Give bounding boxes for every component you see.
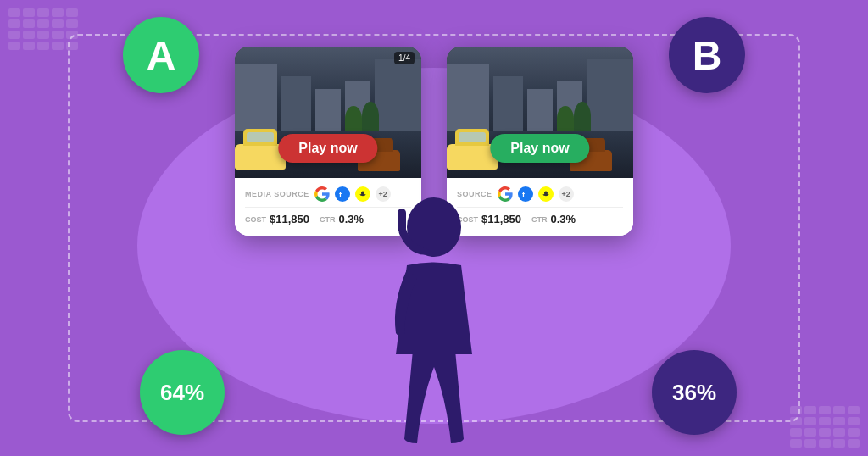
video-counter-a: 1/4 (394, 52, 415, 64)
svg-text:f: f (522, 191, 526, 198)
card-a-video: 1/4 Play now (235, 47, 421, 178)
circle-36-percent: 36% (652, 350, 737, 435)
cost-label-a: COST (245, 215, 266, 224)
play-now-button-b[interactable]: Play now (490, 134, 589, 163)
card-b-video: Play now (447, 47, 633, 178)
google-icon-a (314, 186, 330, 202)
snap-icon-b (538, 186, 554, 202)
circle-b-label: B (693, 32, 722, 79)
brick-decoration-bottomright (790, 406, 860, 448)
plus-count-b: +2 (559, 186, 574, 202)
ctr-label-a: CTR (320, 215, 336, 224)
ctr-label-b: CTR (531, 215, 548, 224)
cost-value-a: $11,850 (270, 213, 309, 225)
circle-64-percent: 64% (140, 350, 225, 435)
circle-a: A (123, 17, 199, 93)
cost-item-a: COST $11,850 (245, 213, 309, 225)
person-silhouette (349, 185, 519, 456)
circle-36-label: 36% (672, 380, 716, 406)
meta-icon-a: f (335, 186, 350, 202)
svg-rect-3 (398, 209, 406, 232)
card-a-media-label: MEDIA SOURCE (245, 190, 309, 198)
meta-icon-b: f (518, 186, 533, 202)
circle-a-label: A (147, 32, 176, 79)
ctr-item-b: CTR 0.3% (531, 213, 576, 225)
circle-64-label: 64% (160, 380, 204, 406)
svg-text:f: f (339, 191, 342, 198)
ctr-value-b: 0.3% (551, 213, 576, 225)
play-now-button-a[interactable]: Play now (278, 134, 377, 163)
circle-b: B (669, 17, 745, 93)
